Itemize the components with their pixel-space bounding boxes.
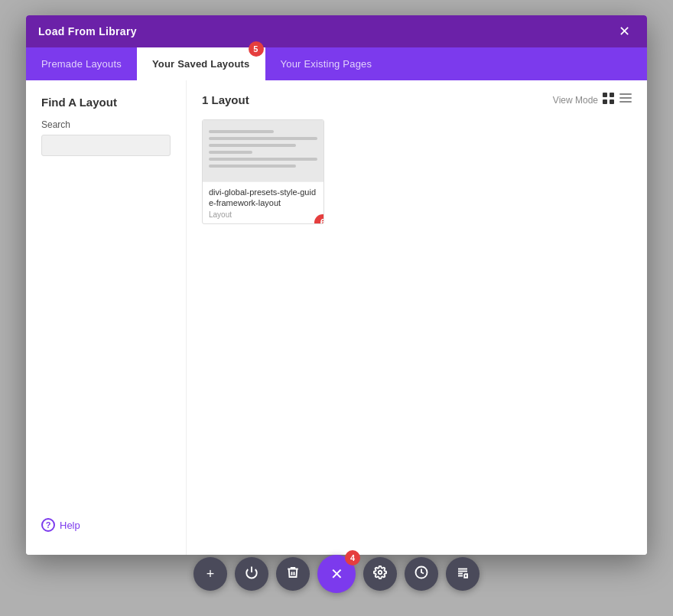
content-header: 1 Layout View Mode <box>202 93 632 107</box>
history-icon <box>415 565 428 583</box>
thumb-line-1 <box>209 130 274 133</box>
layout-type: Layout <box>209 210 317 219</box>
layout-name: divi-global-presets-style-guide-framewor… <box>209 187 317 209</box>
layouts-grid: divi-global-presets-style-guide-framewor… <box>202 119 632 224</box>
thumb-line-4 <box>209 151 252 154</box>
bottom-toolbar: + ✕ 4 <box>193 555 480 593</box>
help-label: Help <box>60 520 80 531</box>
svg-rect-0 <box>603 93 607 97</box>
modal-body: Find A Layout Search ? Help 1 Layout Vie… <box>26 80 647 555</box>
page-wrapper: Load From Library ✕ Premade Layouts Your… <box>0 0 673 616</box>
settings-icon <box>373 565 387 583</box>
svg-rect-2 <box>603 99 607 104</box>
add-icon: + <box>206 566 215 582</box>
close-button[interactable]: ✕ 4 <box>317 555 356 593</box>
close-button-badge: 4 <box>345 550 360 565</box>
svg-rect-3 <box>610 99 614 104</box>
layout-info: divi-global-presets-style-guide-framewor… <box>203 181 323 223</box>
view-mode-label: View Mode <box>553 95 598 106</box>
power-icon <box>245 565 258 583</box>
svg-rect-4 <box>619 93 632 95</box>
sidebar-wrapper: Find A Layout Search ? Help <box>26 80 187 555</box>
search-input[interactable] <box>41 135 171 156</box>
help-link[interactable]: ? Help <box>41 503 80 532</box>
find-layout-title: Find A Layout <box>41 96 171 109</box>
modal-close-button[interactable]: ✕ <box>614 23 635 40</box>
thumb-line-3 <box>209 144 296 147</box>
trash-button[interactable] <box>276 557 310 591</box>
tab-saved-badge-wrapper: Your Saved Layouts 5 <box>152 58 250 70</box>
saved-tab-badge: 5 <box>249 41 264 57</box>
power-button[interactable] <box>235 557 268 591</box>
modal-title: Load From Library <box>38 25 137 37</box>
layout-count: 1 Layout <box>202 93 249 106</box>
thumb-line-6 <box>209 165 296 168</box>
modal-header: Load From Library ✕ <box>26 15 647 47</box>
layout-icon <box>456 565 470 583</box>
history-button[interactable] <box>405 557 438 591</box>
view-mode-controls: View Mode <box>553 93 632 107</box>
search-label: Search <box>41 119 171 130</box>
help-icon: ? <box>41 518 55 532</box>
svg-rect-6 <box>619 101 632 103</box>
sidebar: Find A Layout Search <box>26 80 187 171</box>
thumb-line-5 <box>209 158 317 161</box>
trash-icon <box>286 565 300 583</box>
tab-premade-layouts[interactable]: Premade Layouts <box>26 47 137 80</box>
layout-thumbnail <box>203 120 323 181</box>
tab-saved-layouts[interactable]: Your Saved Layouts 5 <box>137 47 265 80</box>
thumbnail-preview <box>209 130 317 171</box>
thumb-line-2 <box>209 137 317 140</box>
settings-button[interactable] <box>363 557 397 591</box>
list-view-icon[interactable] <box>619 93 632 107</box>
tab-existing-pages[interactable]: Your Existing Pages <box>265 47 388 80</box>
grid-view-icon[interactable] <box>603 93 615 107</box>
main-content: 1 Layout View Mode <box>187 80 647 555</box>
add-button[interactable]: + <box>193 557 227 591</box>
svg-rect-5 <box>619 97 632 99</box>
modal: Load From Library ✕ Premade Layouts Your… <box>26 15 647 555</box>
layout-card[interactable]: divi-global-presets-style-guide-framewor… <box>202 119 324 224</box>
tab-bar: Premade Layouts Your Saved Layouts 5 You… <box>26 47 647 80</box>
svg-rect-1 <box>610 93 614 97</box>
tab-saved-label: Your Saved Layouts <box>152 58 250 70</box>
close-icon: ✕ <box>330 565 343 583</box>
svg-point-8 <box>379 570 382 574</box>
layout-button[interactable] <box>446 557 480 591</box>
